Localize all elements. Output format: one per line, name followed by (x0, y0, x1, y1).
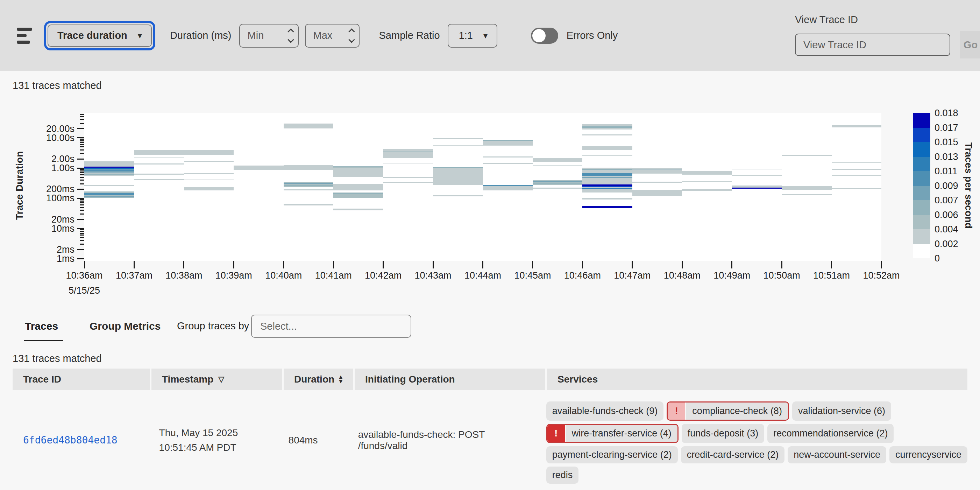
heatmap-cell[interactable] (284, 165, 333, 170)
heatmap-cell[interactable] (84, 167, 134, 168)
heatmap-cell[interactable] (184, 187, 234, 190)
heatmap-cell[interactable] (533, 184, 582, 184)
heatmap-cell[interactable] (832, 188, 881, 189)
heatmap-cell[interactable] (84, 161, 134, 176)
errors-only-toggle[interactable] (531, 28, 558, 44)
heatmap-cell[interactable] (682, 189, 732, 191)
heatmap-cell[interactable] (333, 209, 383, 210)
heatmap-cell[interactable] (682, 171, 732, 175)
heatmap-cell[interactable] (433, 138, 483, 139)
heatmap-cell[interactable] (582, 126, 632, 128)
heatmap-cell[interactable] (134, 174, 184, 175)
view-trace-id-input[interactable] (795, 34, 950, 56)
heatmap-cell[interactable] (284, 183, 333, 184)
heatmap-cell[interactable] (134, 150, 184, 155)
heatmap-cell[interactable] (582, 177, 632, 178)
heatmap-cell[interactable] (732, 169, 782, 169)
heatmap-cell[interactable] (483, 140, 533, 141)
heatmap-cell[interactable] (333, 167, 383, 167)
heatmap-cell[interactable] (333, 166, 383, 168)
trace-duration-dropdown[interactable]: Trace duration ▾ (48, 24, 152, 47)
heatmap-cell[interactable] (533, 181, 582, 182)
heatmap-cell[interactable] (234, 166, 283, 170)
heatmap-cell[interactable] (682, 181, 732, 182)
heatmap-cell[interactable] (533, 165, 582, 166)
tab-traces[interactable]: Traces (25, 320, 58, 332)
heatmap-cell[interactable] (433, 167, 483, 168)
heatmap-cell[interactable] (632, 182, 682, 182)
heatmap-cell[interactable] (582, 168, 632, 193)
heatmap-cell[interactable] (333, 184, 383, 190)
heatmap-cell[interactable] (184, 150, 234, 155)
heatmap-cell[interactable] (284, 185, 333, 186)
heatmap-cell[interactable] (333, 166, 383, 177)
group-traces-by-select[interactable]: Select... (251, 314, 411, 338)
heatmap-cell[interactable] (383, 177, 433, 178)
tab-group-metrics[interactable]: Group Metrics (89, 320, 161, 332)
heatmap-cell[interactable] (433, 145, 483, 146)
heatmap-cell[interactable] (284, 182, 333, 187)
heatmap-cell[interactable] (84, 168, 134, 169)
duration-min-stepper[interactable]: Min (239, 24, 299, 48)
heatmap-cell[interactable] (582, 146, 632, 150)
heatmap-cell[interactable] (582, 186, 632, 187)
stepper-arrows-icon[interactable] (288, 29, 293, 42)
go-button[interactable]: Go (960, 31, 980, 59)
col-header-duration[interactable]: Duration ▴▾ (284, 369, 353, 390)
heatmap-cell[interactable] (483, 163, 533, 164)
heatmap-cell[interactable] (84, 185, 134, 186)
heatmap-cell[interactable] (383, 182, 433, 183)
stepper-arrows-icon[interactable] (349, 29, 354, 42)
heatmap-cell[interactable] (84, 193, 134, 195)
heatmap-cell[interactable] (383, 163, 433, 164)
table-row[interactable]: 6fd6ed48b804ed18 Thu, May 15 2025 10:51:… (13, 390, 967, 490)
heatmap-cell[interactable] (284, 189, 333, 190)
heatmap-cell[interactable] (433, 167, 483, 185)
trace-id-link[interactable]: 6fd6ed48b804ed18 (23, 434, 118, 446)
heatmap-cell[interactable] (333, 193, 383, 198)
heatmap-cell[interactable] (582, 134, 632, 136)
heatmap-cell[interactable] (582, 184, 632, 186)
heatmap-cell[interactable] (582, 173, 632, 176)
heatmap-cell[interactable] (582, 169, 632, 170)
heatmap-cell[interactable] (84, 196, 134, 197)
heatmap-cell[interactable] (582, 198, 632, 199)
heatmap-cell[interactable] (782, 186, 831, 190)
heatmap-cell[interactable] (582, 124, 632, 129)
heatmap-cell[interactable] (832, 125, 881, 128)
heatmap-cell[interactable] (84, 171, 134, 172)
heatmap-cell[interactable] (383, 152, 433, 153)
heatmap-cell[interactable] (184, 180, 234, 180)
heatmap-cell[interactable] (632, 168, 682, 174)
heatmap-cell[interactable] (333, 193, 383, 194)
heatmap-cell[interactable] (533, 188, 582, 188)
heatmap-cell[interactable] (284, 124, 333, 128)
heatmap-cell[interactable] (483, 186, 533, 190)
sample-ratio-dropdown[interactable]: 1:1 ▾ (448, 24, 497, 48)
heatmap-cell[interactable] (533, 158, 582, 162)
heatmap-cell[interactable] (732, 176, 782, 176)
heatmap-cell[interactable] (184, 161, 234, 162)
col-header-timestamp[interactable]: Timestamp ▽ (151, 369, 282, 390)
heatmap-cell[interactable] (732, 188, 782, 188)
filter-icon[interactable] (17, 28, 33, 44)
heatmap-cell[interactable] (632, 169, 682, 169)
heatmap-cell[interactable] (84, 192, 134, 198)
heatmap-cell[interactable] (284, 204, 333, 206)
heatmap-cell[interactable] (832, 169, 881, 169)
heatmap-cell[interactable] (533, 180, 582, 185)
heatmap-cell[interactable] (582, 206, 632, 207)
heatmap-cell[interactable] (732, 185, 782, 188)
heatmap-cell[interactable] (134, 179, 184, 180)
heatmap-cell[interactable] (84, 169, 134, 171)
heatmap-cell[interactable] (632, 190, 682, 196)
heatmap-cell[interactable] (483, 185, 533, 186)
heatmap-cell[interactable] (582, 188, 632, 189)
heatmap-cell[interactable] (483, 140, 533, 145)
heatmap-cell[interactable] (782, 155, 831, 156)
duration-max-stepper[interactable]: Max (305, 24, 360, 48)
heatmap-cell[interactable] (134, 157, 184, 158)
heatmap-cell[interactable] (134, 163, 184, 164)
heatmap-cell[interactable] (383, 149, 433, 158)
heatmap-cell[interactable] (84, 174, 134, 175)
